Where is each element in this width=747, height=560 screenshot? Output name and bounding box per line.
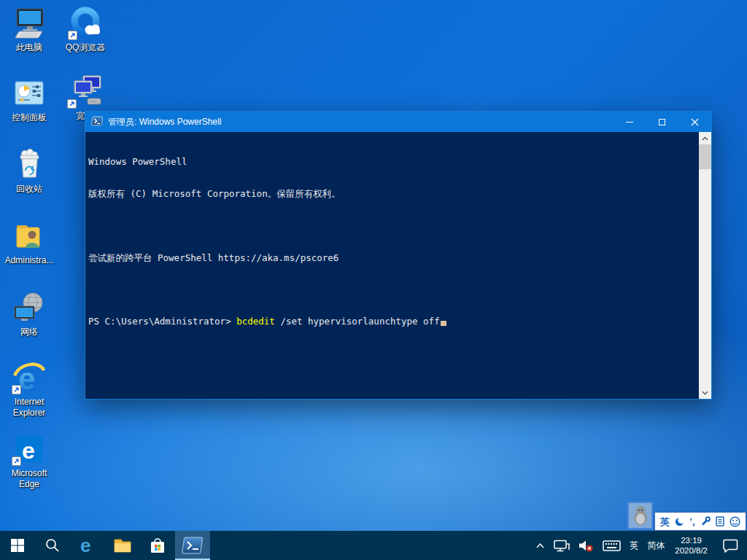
taskbar: e [0,531,747,560]
desktop-icon-label: 控制面板 [12,112,47,123]
console-line: 版权所有 (C) Microsoft Corporation。保留所有权利。 [88,189,699,200]
desktop-icon-recycle-bin[interactable]: 回收站 [1,147,57,195]
volume-tray-icon[interactable] [574,531,598,560]
network-icon [12,290,47,325]
desktop-icon-this-pc[interactable]: 此电脑 [1,6,57,53]
scrollbar-thumb[interactable] [699,144,711,169]
prompt-text: PS C:\Users\Administrator> [88,316,236,327]
window-titlebar[interactable]: 管理员: Windows PowerShell [85,112,711,132]
desktop-icon-microsoft-edge[interactable]: e Microsoft Edge [1,432,57,490]
internet-explorer-icon: e [12,360,47,395]
scroll-up-button[interactable] [699,132,711,144]
maximize-button[interactable] [646,112,678,132]
shortcut-arrow-icon [12,385,21,394]
keyboard-icon [603,540,621,552]
ime-language-indicator[interactable]: 英 [625,531,643,560]
taskbar-file-explorer-button[interactable] [105,531,140,560]
wrench-icon[interactable] [700,516,711,526]
desktop-icon-administrator[interactable]: Administra... [1,219,57,266]
action-center-button[interactable] [713,531,747,560]
start-button[interactable] [0,531,35,560]
broadband-icon [67,74,102,109]
desktop-icon-label: Administra... [5,255,54,266]
speaker-muted-icon [578,540,594,552]
desktop-icon-internet-explorer[interactable]: e Internet Explorer [1,360,57,419]
powershell-window: 管理员: Windows PowerShell Windows PowerShe… [85,111,712,400]
ime-toolbar: 英 ’, [654,512,746,531]
network-tray-icon[interactable] [549,531,574,560]
file-explorer-icon [113,536,132,555]
command-text: bcdedit [236,316,275,327]
command-args: /set hypervisorlaunchtype off [275,316,440,327]
microsoft-edge-icon: e [12,432,47,467]
desktop-icon-control-panel[interactable]: 控制面板 [1,76,57,123]
store-icon [148,536,167,555]
svg-text:e: e [22,438,35,464]
taskbar-store-button[interactable] [140,531,175,560]
desktop-icon-label: Microsoft Edge [1,468,57,490]
chevron-up-icon [535,542,545,548]
desktop-icon-network[interactable]: 网络 [1,290,57,338]
qq-avatar[interactable] [627,502,653,529]
user-folder-icon [12,219,47,254]
touch-keyboard-button[interactable] [598,531,625,560]
notification-bubble-icon [722,539,738,553]
punctuation-toggle[interactable]: ’, [689,517,694,526]
network-icon [554,540,570,552]
prompt-line: PS C:\Users\Administrator> bcdedit /set … [88,316,699,327]
hidden-icons-button[interactable] [531,531,549,560]
recycle-bin-icon [12,147,47,182]
svg-text:e: e [80,536,90,555]
this-pc-icon [12,6,47,41]
taskbar-powershell-button[interactable] [175,531,210,560]
desktop-icon-qq-browser[interactable]: QQ浏览器 [58,6,113,53]
powershell-icon [182,536,204,555]
clock-time: 23:19 [675,535,708,545]
scrollbar[interactable] [699,132,711,399]
desktop-icon-label: Internet Explorer [1,397,57,419]
console-line: 尝试新的跨平台 PowerShell https://aka.ms/pscore… [88,253,699,264]
minimize-icon [626,122,633,122]
clipboard-icon[interactable] [716,516,724,526]
scroll-down-button[interactable] [699,386,711,399]
taskbar-edge-button[interactable]: e [70,531,105,560]
console-output[interactable]: Windows PowerShell 版权所有 (C) Microsoft Co… [85,132,699,399]
ime-language-toggle[interactable]: 英 [660,517,670,526]
console-line: Windows PowerShell [88,157,699,168]
windows-logo-icon [9,537,26,553]
shortcut-arrow-icon [68,31,77,40]
qq-browser-icon [68,6,103,41]
clock-date: 2020/8/2 [675,545,708,556]
powershell-icon [91,116,103,128]
close-button[interactable] [678,112,711,132]
window-title: 管理员: Windows PowerShell [108,116,221,128]
desktop-icon-label: 回收站 [16,184,42,195]
chevron-up-icon [702,136,708,141]
taskbar-empty-area[interactable] [210,531,531,560]
fullwidth-moon-icon[interactable] [675,517,684,526]
taskbar-search-button[interactable] [35,531,70,560]
maximize-icon [659,119,665,125]
control-panel-icon [12,76,47,111]
close-icon [691,118,699,126]
shortcut-arrow-icon [12,456,21,466]
minimize-button[interactable] [613,112,646,132]
shortcut-arrow-icon [67,99,77,109]
search-icon [44,537,61,553]
chevron-down-icon [702,391,708,395]
desktop-icon-label: 此电脑 [16,42,42,53]
qq-penguin-icon [632,505,649,526]
system-tray: 英 简体 23:19 2020/8/2 [531,531,747,560]
text-cursor [441,321,446,326]
emoji-icon[interactable] [729,516,740,527]
desktop[interactable]: 此电脑 QQ浏览器 [0,0,747,560]
ime-locale-indicator[interactable]: 简体 [643,531,669,560]
desktop-icon-label: 网络 [20,327,38,338]
edge-icon: e [78,536,97,555]
desktop-icon-label: QQ浏览器 [66,42,106,53]
clock[interactable]: 23:19 2020/8/2 [669,531,713,560]
